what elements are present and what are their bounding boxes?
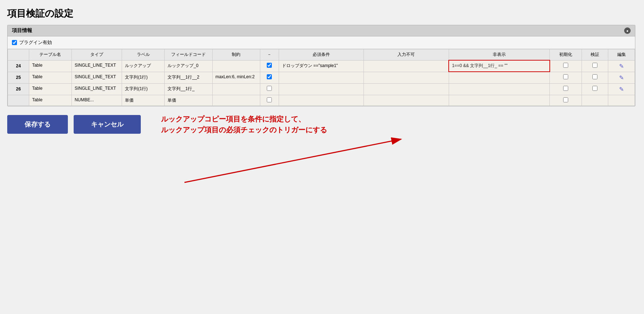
cell-readonly-26 [364, 83, 449, 95]
cell-toggle-26[interactable] [260, 83, 279, 95]
toggle-checkbox-26[interactable] [267, 86, 272, 91]
cell-hidden-25 [449, 72, 550, 83]
init-checkbox-24[interactable] [563, 63, 568, 68]
annotation-line1: ルックアップコピー項目を条件に指定して、 [161, 114, 327, 124]
edit-icon-26[interactable]: ✎ [619, 86, 624, 92]
cell-required-25 [279, 72, 364, 83]
cell-table-27: Table [29, 95, 71, 106]
section-box: 項目情報 ● プラグイン有効 [7, 25, 635, 106]
cell-fieldcode-26: 文字列__1行_ [165, 83, 212, 95]
cell-edit-26[interactable]: ✎ [608, 83, 635, 95]
table-row: 26 Table SINGLE_LINE_TEXT 文字列(1行) 文字列__1… [8, 83, 635, 95]
verify-checkbox-25[interactable] [592, 74, 597, 79]
cell-verify-26[interactable] [582, 83, 608, 95]
row-num-24: 24 [8, 60, 29, 72]
cell-required-26 [279, 83, 364, 95]
items-table: テーブル名 タイプ ラベル フィールドコード 制約 － 必須条件 入力不可 非表… [8, 49, 635, 106]
bottom-area: 保存する キャンセル ルックアップコピー項目を条件に指定して、 ルックアップ項目… [7, 114, 635, 135]
cell-init-26[interactable] [550, 83, 582, 95]
cell-hidden-26 [449, 83, 550, 95]
cell-constraint-27 [212, 95, 260, 106]
cell-type-24: SINGLE_LINE_TEXT [71, 60, 122, 72]
cell-type-27: NUMBE... [71, 95, 122, 106]
annotation-text: ルックアップコピー項目を条件に指定して、 ルックアップ項目の必須チェックのトリガ… [161, 114, 327, 135]
cell-init-24[interactable] [550, 60, 582, 72]
cell-toggle-25[interactable] [260, 72, 279, 83]
cell-edit-25[interactable]: ✎ [608, 72, 635, 83]
cell-toggle-27[interactable] [260, 95, 279, 106]
row-num-26: 26 [8, 83, 29, 95]
cell-hidden-24: 1==0 && 文字列__1行_ == "" [449, 60, 550, 72]
edit-icon-24[interactable]: ✎ [619, 63, 624, 69]
save-button[interactable]: 保存する [7, 115, 68, 134]
collapse-icon[interactable]: ● [624, 27, 631, 34]
annotation-line2: ルックアップ項目の必須チェックのトリガーにする [161, 124, 327, 135]
row-num-25: 25 [8, 72, 29, 83]
cell-verify-27 [582, 95, 608, 106]
cell-type-25: SINGLE_LINE_TEXT [71, 72, 122, 83]
th-hidden: 非表示 [449, 49, 550, 61]
cell-fieldcode-27: 単価 [165, 95, 212, 106]
th-field-code: フィールドコード [165, 49, 212, 61]
cell-readonly-27 [364, 95, 449, 106]
page-title: 項目検証の設定 [7, 7, 637, 20]
cell-required-24: ドロップダウン =="sample1" [279, 60, 364, 72]
th-readonly: 入力不可 [364, 49, 449, 61]
svg-line-1 [184, 139, 401, 182]
cell-label-26: 文字列(1行) [122, 83, 165, 95]
cell-required-27 [279, 95, 364, 106]
th-num [8, 49, 29, 61]
init-checkbox-26[interactable] [563, 86, 568, 91]
plugin-enabled-label: プラグイン有効 [19, 39, 52, 46]
row-num-27 [8, 95, 29, 106]
section-header: 項目情報 ● [8, 25, 635, 36]
cell-type-26: SINGLE_LINE_TEXT [71, 83, 122, 95]
cell-label-24: ルックアップ [122, 60, 165, 72]
th-edit: 編集 [608, 49, 635, 61]
cell-edit-24[interactable]: ✎ [608, 60, 635, 72]
edit-icon-25[interactable]: ✎ [619, 75, 624, 81]
cell-init-25[interactable] [550, 72, 582, 83]
th-toggle[interactable]: － [260, 49, 279, 61]
cell-table-26: Table [29, 83, 71, 95]
section-title: 項目情報 [12, 27, 32, 34]
cell-edit-27 [608, 95, 635, 106]
toggle-checkbox-24[interactable] [267, 63, 272, 68]
table-wrapper: テーブル名 タイプ ラベル フィールドコード 制約 － 必須条件 入力不可 非表… [8, 49, 635, 106]
cell-readonly-25 [364, 72, 449, 83]
th-constraint: 制約 [212, 49, 260, 61]
plugin-enabled-checkbox[interactable] [12, 40, 17, 45]
toggle-checkbox-25[interactable] [267, 74, 272, 79]
th-verify: 検証 [582, 49, 608, 61]
table-header-row: テーブル名 タイプ ラベル フィールドコード 制約 － 必須条件 入力不可 非表… [8, 49, 635, 61]
cell-toggle-24[interactable] [260, 60, 279, 72]
cell-fieldcode-24: ルックアップ_0 [165, 60, 212, 72]
cell-fieldcode-25: 文字列__1行__2 [165, 72, 212, 83]
hidden-value-24: 1==0 && 文字列__1行_ == "" [452, 63, 508, 68]
th-required: 必須条件 [279, 49, 364, 61]
init-checkbox-25[interactable] [563, 74, 568, 79]
plugin-check-row: プラグイン有効 [8, 36, 635, 49]
cell-constraint-25: maxLen:6, minLen:2 [212, 72, 260, 83]
table-row: 24 Table SINGLE_LINE_TEXT ルックアップ ルックアップ_… [8, 60, 635, 72]
verify-checkbox-24[interactable] [592, 63, 597, 68]
cell-constraint-26 [212, 83, 260, 95]
th-type: タイプ [71, 49, 122, 61]
cell-verify-24[interactable] [582, 60, 608, 72]
cancel-button[interactable]: キャンセル [74, 115, 141, 134]
cell-verify-25[interactable] [582, 72, 608, 83]
cell-table-24: Table [29, 60, 71, 72]
cell-init-27[interactable] [550, 95, 582, 106]
table-row: Table NUMBE... 単価 単価 [8, 95, 635, 106]
th-init: 初期化 [550, 49, 582, 61]
th-label: ラベル [122, 49, 165, 61]
toggle-checkbox-27[interactable] [267, 97, 272, 102]
cell-table-25: Table [29, 72, 71, 83]
cell-label-27: 単価 [122, 95, 165, 106]
cell-hidden-27 [449, 95, 550, 106]
cell-readonly-24 [364, 60, 449, 72]
cell-constraint-24 [212, 60, 260, 72]
verify-checkbox-26[interactable] [592, 86, 597, 91]
init-checkbox-27[interactable] [563, 97, 568, 102]
table-row: 25 Table SINGLE_LINE_TEXT 文字列(1行) 文字列__1… [8, 72, 635, 83]
